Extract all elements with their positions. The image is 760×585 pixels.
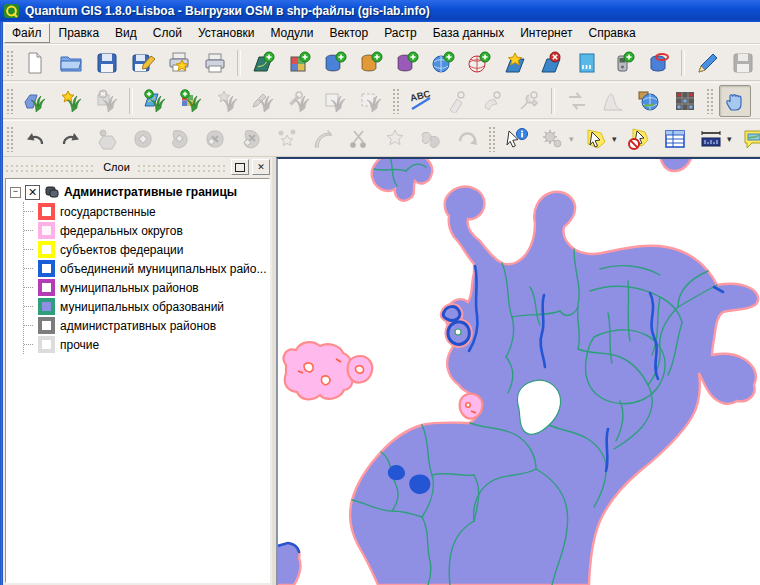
menu-файл[interactable]: Файл <box>4 23 50 43</box>
legend-item[interactable]: прочие <box>24 335 269 354</box>
add-wcs-layer-button[interactable] <box>463 47 495 79</box>
menu-интернет[interactable]: Интернет <box>513 24 579 42</box>
legend-item[interactable]: субъектов федерации <box>24 240 269 259</box>
rotate-label-button[interactable] <box>477 85 509 117</box>
add-wms-layer-button[interactable] <box>427 47 459 79</box>
merge-features-button[interactable] <box>379 123 411 155</box>
georeferencer-button[interactable] <box>669 85 701 117</box>
grass-tools-button[interactable] <box>283 85 315 117</box>
delete-ring-button[interactable] <box>199 123 231 155</box>
menu-вид[interactable]: Вид <box>108 24 144 42</box>
layer-group-label[interactable]: Административные границы <box>64 185 237 199</box>
new-project-button[interactable] <box>19 47 51 79</box>
collapse-expander-icon[interactable]: − <box>10 187 21 198</box>
panel-close-button[interactable]: ✕ <box>252 159 270 175</box>
legend-item[interactable]: административных районов <box>24 316 269 335</box>
grass-display-region-button[interactable] <box>319 85 351 117</box>
toolbar-handle[interactable] <box>6 88 14 114</box>
raster-terrain-analysis-button[interactable] <box>561 85 593 117</box>
deselect-all-button[interactable] <box>623 123 655 155</box>
add-vector-layer-button[interactable] <box>247 47 279 79</box>
map-canvas[interactable] <box>276 157 760 585</box>
add-mssql-layer-button[interactable] <box>391 47 423 79</box>
grass-edit-region-button[interactable] <box>355 85 387 117</box>
redo-button[interactable] <box>55 123 87 155</box>
split-features-button[interactable] <box>343 123 375 155</box>
menu-модули[interactable]: Модули <box>263 24 320 42</box>
menu-установки[interactable]: Установки <box>191 24 261 42</box>
legend-item[interactable]: федеральных округов <box>24 221 269 240</box>
toolbar-handle[interactable] <box>6 50 14 76</box>
toolbar-handle[interactable] <box>6 126 14 152</box>
add-delimited-text-layer-button[interactable] <box>571 47 603 79</box>
new-print-composer-button[interactable] <box>163 47 195 79</box>
run-feature-action-dropdown-icon[interactable]: ▾ <box>569 134 577 144</box>
add-postgis-layer-button[interactable] <box>319 47 351 79</box>
merge-attributes-button[interactable] <box>415 123 447 155</box>
layers-panel-header[interactable]: Слои ✕ <box>3 157 272 177</box>
remove-layer-button[interactable] <box>535 47 567 79</box>
new-shapefile-layer-button[interactable] <box>499 47 531 79</box>
legend-item[interactable]: государственные <box>24 202 269 221</box>
labeling-button[interactable] <box>405 85 437 117</box>
gps-tools-button[interactable] <box>607 47 639 79</box>
delete-part-button[interactable] <box>235 123 267 155</box>
panel-float-button[interactable] <box>231 159 249 175</box>
reshape-features-button[interactable] <box>271 123 303 155</box>
grass-new-mapset-button[interactable] <box>55 85 87 117</box>
layer-group-row[interactable]: − ✕ Административные границы <box>10 182 269 202</box>
map-tips-button[interactable] <box>738 123 760 155</box>
menu-база-данных[interactable]: База данных <box>426 24 511 42</box>
menu-растр[interactable]: Растр <box>377 24 423 42</box>
select-features-dropdown-icon[interactable]: ▾ <box>612 134 620 144</box>
add-part-button[interactable] <box>163 123 195 155</box>
toolbar-handle[interactable] <box>392 88 400 114</box>
grass-close-mapset-button[interactable] <box>91 85 123 117</box>
grass-add-vector-layer-button[interactable] <box>139 85 171 117</box>
openstreetmap-plugin-button[interactable] <box>633 85 665 117</box>
composer-manager-button[interactable] <box>199 47 231 79</box>
panel-grip[interactable] <box>137 162 228 172</box>
legend-item[interactable]: муниципальных районов <box>24 278 269 297</box>
layer-group-checkbox[interactable]: ✕ <box>25 185 40 200</box>
menu-справка[interactable]: Справка <box>582 24 643 42</box>
toolbar-handle[interactable] <box>706 88 714 114</box>
undo-button[interactable] <box>19 123 51 155</box>
pan-map-button[interactable] <box>719 85 751 117</box>
title-bar[interactable]: Quantum GIS 1.8.0-Lisboa - Выгрузки OSM … <box>0 0 760 22</box>
menu-слой[interactable]: Слой <box>146 24 189 42</box>
legend-item[interactable]: муниципальных образований <box>24 297 269 316</box>
grass-new-vector-button[interactable] <box>211 85 243 117</box>
measure-line-button[interactable] <box>695 123 727 155</box>
open-project-button[interactable] <box>55 47 87 79</box>
measure-line-dropdown-icon[interactable]: ▾ <box>727 134 735 144</box>
identify-features-button[interactable] <box>501 123 533 155</box>
legend-swatch <box>38 260 55 277</box>
profile-tool-button[interactable] <box>597 85 629 117</box>
save-edits-button[interactable] <box>727 47 759 79</box>
grass-add-raster-layer-button[interactable] <box>175 85 207 117</box>
toolbar-handle[interactable] <box>488 126 496 152</box>
save-project-button[interactable] <box>91 47 123 79</box>
import-to-database-button[interactable] <box>643 47 675 79</box>
panel-grip[interactable] <box>5 162 96 172</box>
menu-вектор[interactable]: Вектор <box>322 24 375 42</box>
grass-open-mapset-button[interactable] <box>19 85 51 117</box>
simplify-feature-button[interactable] <box>91 123 123 155</box>
toggle-editing-button[interactable] <box>691 47 723 79</box>
change-label-properties-button[interactable] <box>513 85 545 117</box>
open-attribute-table-button[interactable] <box>659 123 691 155</box>
pan-to-selection-button[interactable] <box>755 85 760 117</box>
rotate-point-symbols-button[interactable] <box>451 123 483 155</box>
move-label-button[interactable] <box>441 85 473 117</box>
add-spatialite-layer-button[interactable] <box>355 47 387 79</box>
add-ring-button[interactable] <box>127 123 159 155</box>
run-feature-action-button[interactable] <box>537 123 569 155</box>
menu-правка[interactable]: Правка <box>52 24 107 42</box>
select-features-button[interactable] <box>580 123 612 155</box>
grass-edit-vector-button[interactable] <box>247 85 279 117</box>
legend-item[interactable]: объединений муниципальных райо... <box>24 259 269 278</box>
offset-curve-button[interactable] <box>307 123 339 155</box>
add-raster-layer-button[interactable] <box>283 47 315 79</box>
save-project-as-button[interactable] <box>127 47 159 79</box>
